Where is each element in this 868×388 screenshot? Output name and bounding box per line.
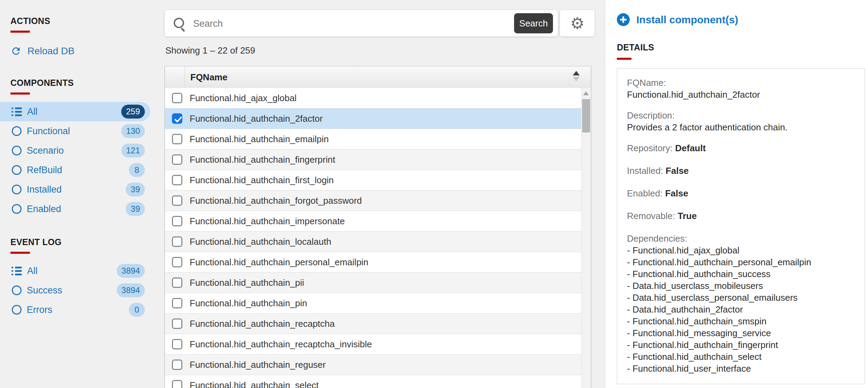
filter-label: Scenario xyxy=(27,145,121,156)
dependency-item: - Functional.hid_user_interface xyxy=(627,363,855,374)
actions-title-underline xyxy=(10,31,30,33)
filter-label: Installed xyxy=(27,184,126,195)
scroll-up-arrow-icon[interactable] xyxy=(583,91,589,95)
dependency-item: - Functional.hid_messaging_service xyxy=(627,327,855,339)
circle-icon xyxy=(12,305,22,315)
row-checkbox[interactable] xyxy=(172,298,182,308)
row-checkbox[interactable] xyxy=(172,318,182,329)
install-components-label: Install component(s) xyxy=(636,14,738,26)
table-row[interactable]: Functional.hid_authchain_pin xyxy=(165,293,581,314)
details-box: FQName: Functional.hid_authchain_2factor… xyxy=(617,68,865,384)
eventlog-item-errors[interactable]: Errors 0 xyxy=(0,300,150,320)
install-components-button[interactable]: Install component(s) xyxy=(617,13,738,26)
gear-icon[interactable]: ⚙ xyxy=(570,15,584,31)
installed-value: False xyxy=(666,165,689,176)
row-checkbox[interactable] xyxy=(172,339,182,349)
row-label: Functional.hid_ajax_global xyxy=(190,93,297,104)
row-checkbox[interactable] xyxy=(172,236,182,247)
list-icon xyxy=(11,267,22,275)
sidebar-item-all-components[interactable]: All 259 xyxy=(0,102,150,121)
filter-label: Enabled xyxy=(27,204,126,215)
count-badge: 130 xyxy=(121,124,145,138)
table-row[interactable]: Functional.hid_authchain_recaptcha xyxy=(165,314,581,334)
components-table: FQName Functional.hid_ajax_global Functi… xyxy=(165,66,591,388)
dependencies-list: - Functional.hid_ajax_global - Functiona… xyxy=(627,244,855,374)
fqname-value: Functional.hid_authchain_2factor xyxy=(627,89,855,100)
table-row[interactable]: Functional.hid_authchain_select xyxy=(165,375,581,388)
row-label: Functional.hid_authchain_first_login xyxy=(190,175,334,186)
count-badge: 3894 xyxy=(117,283,145,297)
sidebar: ACTIONS Reload DB COMPONENTS All 259 Fun… xyxy=(0,0,158,388)
eventlog-item-success[interactable]: Success 3894 xyxy=(0,281,150,300)
filter-label: All xyxy=(27,266,117,276)
sidebar-item-scenario[interactable]: Scenario 121 xyxy=(0,141,150,160)
filter-label: Success xyxy=(27,285,117,296)
filter-label: Functional xyxy=(27,126,121,137)
table-row[interactable]: Functional.hid_authchain_impersonate xyxy=(165,211,581,232)
repository-value: Default xyxy=(675,143,706,153)
sort-control[interactable] xyxy=(573,71,580,81)
table-row[interactable]: Functional.hid_authchain_fingerprint xyxy=(165,149,581,170)
row-checkbox[interactable] xyxy=(172,134,182,144)
circle-icon xyxy=(12,146,22,155)
plus-circle-icon xyxy=(617,13,630,26)
table-row[interactable]: Functional.hid_authchain_pii xyxy=(165,273,581,293)
row-checkbox[interactable] xyxy=(172,154,182,165)
eventlog-section-title: EVENT LOG xyxy=(10,237,61,247)
row-label: Functional.hid_authchain_forgot_password xyxy=(190,195,362,206)
sidebar-item-functional[interactable]: Functional 130 xyxy=(0,121,150,141)
dependency-item: - Data.hid_userclass_mobileusers xyxy=(627,280,855,292)
sidebar-item-installed[interactable]: Installed 39 xyxy=(0,180,150,199)
row-checkbox[interactable] xyxy=(172,277,182,288)
circle-icon xyxy=(12,285,22,295)
scrollbar-thumb[interactable] xyxy=(582,99,590,132)
dependency-item: - Functional.hid_authchain_fingerprint xyxy=(627,339,855,351)
row-checkbox[interactable] xyxy=(172,175,182,185)
component-filter-list: All 259 Functional 130 Scenario 121 RefB… xyxy=(0,102,150,219)
table-row[interactable]: Functional.hid_authchain_personal_emailp… xyxy=(165,252,581,273)
removable-field: Removable: True xyxy=(627,210,855,222)
search-bar: Search xyxy=(165,10,558,37)
row-checkbox[interactable] xyxy=(172,216,182,226)
row-checkbox[interactable] xyxy=(172,359,182,370)
search-button[interactable]: Search xyxy=(514,13,553,33)
row-checkbox[interactable] xyxy=(172,257,182,267)
row-label: Functional.hid_authchain_recaptcha xyxy=(190,318,335,329)
table-row[interactable]: Functional.hid_authchain_forgot_password xyxy=(165,191,581,211)
table-row[interactable]: Functional.hid_authchain_first_login xyxy=(165,170,581,191)
row-label: Functional.hid_authchain_personal_emailp… xyxy=(190,257,369,268)
row-checkbox[interactable] xyxy=(172,380,182,388)
row-checkbox[interactable] xyxy=(172,195,182,206)
component-manager-app: ACTIONS Reload DB COMPONENTS All 259 Fun… xyxy=(0,0,868,388)
table-row[interactable]: Functional.hid_ajax_global xyxy=(165,88,581,108)
dependency-item: - Functional.hid_authchain_personal_emai… xyxy=(627,256,855,268)
details-panel: Install component(s) DETAILS FQName: Fun… xyxy=(605,0,868,388)
dependency-item: - Data.hid_authchain_2factor xyxy=(627,304,855,315)
fqname-column-header[interactable]: FQName xyxy=(185,72,228,83)
table-row[interactable]: Functional.hid_authchain_emailpin xyxy=(165,129,581,149)
row-label: Functional.hid_authchain_pin xyxy=(190,298,307,309)
eventlog-filter-list: All 3894 Success 3894 Errors 0 xyxy=(0,261,150,320)
actions-section-title: ACTIONS xyxy=(10,16,50,26)
sidebar-item-enabled[interactable]: Enabled 39 xyxy=(0,199,150,219)
reload-db-button[interactable]: Reload DB xyxy=(10,43,74,59)
filter-label: RefBuild xyxy=(27,165,129,176)
row-checkbox[interactable] xyxy=(172,93,182,103)
eventlog-item-all[interactable]: All 3894 xyxy=(0,261,150,281)
table-row-selected[interactable]: Functional.hid_authchain_2factor xyxy=(165,108,581,129)
row-checkbox-checked[interactable] xyxy=(172,113,182,124)
row-label: Functional.hid_authchain_impersonate xyxy=(190,216,345,227)
refresh-icon xyxy=(10,46,22,57)
sidebar-item-refbuild[interactable]: RefBuild 8 xyxy=(0,160,150,180)
eventlog-title-underline xyxy=(10,252,30,254)
search-icon xyxy=(174,18,184,28)
table-scrollbar[interactable] xyxy=(581,88,591,388)
circle-icon xyxy=(12,126,22,136)
details-title-underline xyxy=(617,58,631,60)
circle-icon xyxy=(12,165,22,175)
table-header: FQName xyxy=(165,66,591,88)
search-input[interactable] xyxy=(192,10,673,37)
table-row[interactable]: Functional.hid_authchain_reguser xyxy=(165,355,581,375)
table-row[interactable]: Functional.hid_authchain_localauth xyxy=(165,232,581,252)
table-row[interactable]: Functional.hid_authchain_recaptcha_invis… xyxy=(165,334,581,355)
